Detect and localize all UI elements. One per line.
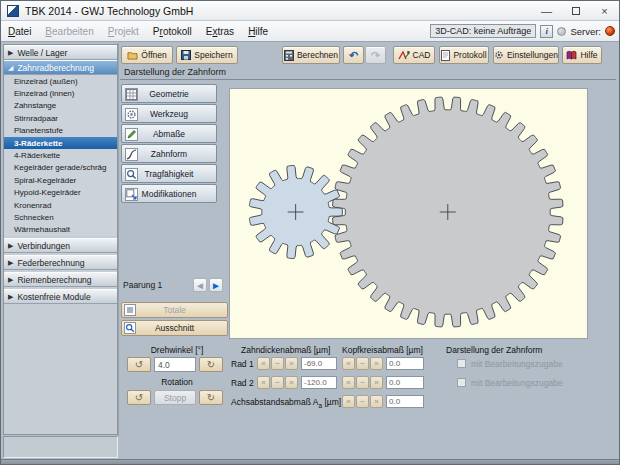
rad2-zahndicke-input[interactable]	[301, 376, 337, 389]
close-button[interactable]: ×	[590, 1, 619, 20]
server-status-led	[605, 26, 615, 36]
sidebar-item-4-raederkette[interactable]: 4-Räderkette	[4, 149, 117, 161]
sidebar-item-hypoid-kegelraeder[interactable]: Hypoid-Kegelräder	[4, 187, 117, 199]
maximize-button[interactable]	[561, 1, 590, 20]
gear-drawing-canvas[interactable]	[229, 88, 588, 339]
decrement-fast-button[interactable]: «	[342, 376, 355, 389]
sidebar-group-riemenberechnung[interactable]: ▶ Riemenberechnung	[4, 272, 117, 287]
rad1-zahndicke-input[interactable]	[301, 357, 337, 370]
info-button[interactable]: i	[540, 25, 553, 38]
sidebar-item-einzelrad-innen[interactable]: Einzelrad (innen)	[4, 87, 117, 99]
sidebar-group-verbindungen[interactable]: ▶ Verbindungen	[4, 238, 117, 253]
achsabstand-input[interactable]	[386, 395, 424, 408]
tab-werkzeug[interactable]: Werkzeug	[121, 104, 217, 123]
settings-button[interactable]: Einstellungen	[493, 46, 559, 64]
rad1-kopfkreis-input[interactable]	[386, 357, 424, 370]
protokoll-button[interactable]: Protokoll	[439, 46, 489, 64]
bearbeitungszugabe-label-2: mit Bearbeitungszugabe	[471, 378, 563, 388]
stopp-button: Stopp	[154, 390, 196, 405]
increment-fast-button[interactable]: »	[285, 376, 298, 389]
redo-icon: ↷	[371, 49, 380, 62]
kopfkreis-header: Kopfkreisabmaß [µm]	[342, 345, 423, 355]
decrement-fast-button[interactable]: «	[257, 376, 270, 389]
folder-open-icon	[127, 50, 138, 60]
app-logo-icon	[7, 5, 19, 17]
sidebar-group-federberechnung[interactable]: ▶ Federberechnung	[4, 255, 117, 270]
sidebar-item-planetenstufe[interactable]: Planetenstufe	[4, 125, 117, 137]
calculator-icon	[284, 50, 294, 61]
reset-button[interactable]: −	[271, 376, 284, 389]
pairing-label: Paarung 1	[123, 280, 162, 290]
bearbeitungszugabe-checkbox-2	[457, 378, 466, 387]
cad-button[interactable]: CAD	[393, 46, 435, 64]
calculate-button[interactable]: Berechnen	[282, 46, 340, 64]
darstellung-header: Darstellung der Zahnform	[446, 345, 542, 355]
pairing-prev-button[interactable]: ◄	[193, 278, 207, 292]
tab-modifikationen[interactable]: Modifikationen	[121, 184, 217, 203]
sidebar-group-kostenfreie-module[interactable]: ▶ Kostenfreie Module	[4, 289, 117, 304]
title-bar: TBK 2014 - GWJ Technology GmbH — ×	[1, 1, 619, 21]
minimize-button[interactable]: —	[532, 1, 561, 20]
menu-protokoll[interactable]: Protokoll	[146, 21, 199, 41]
redo-button: ↷	[365, 46, 386, 64]
ausschnitt-button[interactable]: Ausschnitt	[121, 320, 228, 336]
sidebar-item-spiral-kegelraeder[interactable]: Spiral-Kegelräder	[4, 174, 117, 186]
sidebar-item-zahnstange[interactable]: Zahnstange	[4, 100, 117, 112]
open-button[interactable]: Öffnen	[121, 46, 173, 64]
undo-button[interactable]: ↶	[343, 46, 364, 64]
maximize-icon	[572, 7, 580, 15]
save-button[interactable]: Speichern	[176, 46, 238, 64]
rad1-label: Rad 1	[231, 359, 254, 369]
rad2-zahndicke-spinner: « − »	[257, 376, 298, 389]
reset-button[interactable]: −	[271, 357, 284, 370]
decrement-fast-button[interactable]: «	[257, 357, 270, 370]
sidebar-item-kronenrad[interactable]: Kronenrad	[4, 199, 117, 211]
sidebar-item-einzelrad-aussen[interactable]: Einzelrad (außen)	[4, 75, 117, 87]
increment-fast-button[interactable]: »	[285, 357, 298, 370]
sidebar-item-stirnradpaar[interactable]: Stirnradpaar	[4, 112, 117, 124]
achsabstand-label: Achsabstandsabmaß Aa [µm]	[231, 397, 341, 409]
pairing-next-button[interactable]: ►	[209, 278, 223, 292]
rotate-cw-button[interactable]: ↻	[199, 357, 223, 372]
reset-button[interactable]: −	[356, 357, 369, 370]
rotation-cw-button[interactable]: ↻	[199, 390, 223, 405]
page-title: Darstellung der Zahnform	[120, 67, 616, 80]
decrement-fast-button[interactable]: «	[342, 357, 355, 370]
menu-hilfe[interactable]: Hilfe	[241, 21, 275, 41]
drehwinkel-input[interactable]	[154, 357, 196, 372]
drehwinkel-label: Drehwinkel [°]	[121, 345, 233, 355]
rad1-zahndicke-spinner: « − »	[257, 357, 298, 370]
rotate-ccw-button[interactable]: ↺	[127, 357, 151, 372]
rotation-ccw-button[interactable]: ↺	[127, 390, 151, 405]
rad2-kopfkreis-input[interactable]	[386, 376, 424, 389]
rotate-cw-icon: ↻	[207, 392, 215, 403]
rotate-ccw-icon: ↺	[135, 392, 143, 403]
rotation-label: Rotation	[121, 377, 233, 387]
reset-button[interactable]: −	[356, 376, 369, 389]
tab-zahnform[interactable]: Zahnform	[121, 144, 217, 163]
sidebar-group-welle-lager[interactable]: ▶ Welle / Lager	[4, 45, 117, 60]
status-panel-left	[3, 436, 118, 458]
sidebar-item-waermehaushalt[interactable]: Wärmehaushalt	[4, 224, 117, 236]
menu-extras[interactable]: Extras	[199, 21, 241, 41]
sidebar-item-3-raederkette[interactable]: 3-Räderkette	[4, 137, 117, 149]
tab-abmasse[interactable]: Abmaße	[121, 124, 217, 143]
help-button[interactable]: Hilfe	[562, 46, 602, 64]
window-bottom-edge	[1, 459, 619, 465]
increment-fast-button[interactable]: »	[370, 395, 383, 408]
sidebar-item-schnecken[interactable]: Schnecken	[4, 211, 117, 223]
menu-datei[interactable]: Datei	[1, 21, 38, 41]
sidebar-item-kegelraeder[interactable]: Kegelräder gerade/schräg	[4, 162, 117, 174]
decrement-fast-button[interactable]: «	[342, 395, 355, 408]
increment-fast-button[interactable]: »	[370, 357, 383, 370]
tab-geometrie[interactable]: Geometrie	[121, 84, 217, 103]
zoom-section-icon	[124, 322, 136, 334]
chevron-right-icon: ▶	[8, 276, 13, 284]
chevron-right-icon: ▶	[8, 49, 13, 57]
reset-button[interactable]: −	[356, 395, 369, 408]
tab-tragfaehigkeit[interactable]: Tragfähigkeit	[121, 164, 217, 183]
chevron-expanded-icon: ◢	[8, 64, 13, 72]
increment-fast-button[interactable]: »	[370, 376, 383, 389]
bearbeitungszugabe-checkbox-1	[457, 359, 466, 368]
sidebar-group-zahnradberechnung[interactable]: ◢ Zahnradberechnung	[4, 60, 117, 75]
